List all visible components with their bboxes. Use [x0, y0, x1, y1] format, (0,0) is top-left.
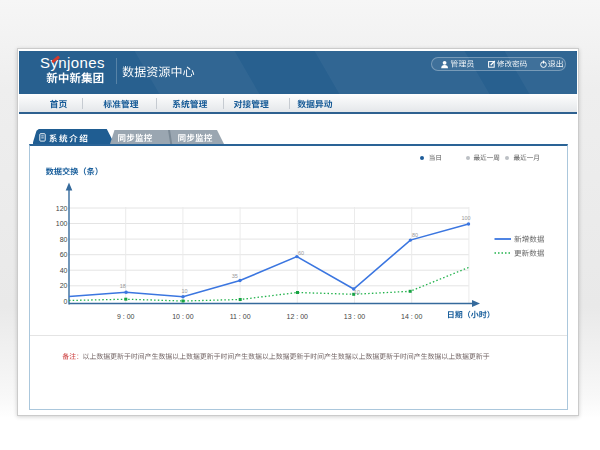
- svg-text:11 : 00: 11 : 00: [229, 313, 250, 320]
- svg-text:18: 18: [119, 283, 125, 289]
- svg-text:20: 20: [59, 282, 67, 289]
- svg-text:14 : 00: 14 : 00: [400, 313, 422, 320]
- svg-text:60: 60: [59, 251, 67, 258]
- svg-text:35: 35: [231, 273, 237, 279]
- svg-text:10: 10: [181, 288, 187, 294]
- svg-text:9 : 00: 9 : 00: [116, 313, 134, 320]
- svg-text:100: 100: [461, 215, 470, 221]
- svg-text:120: 120: [55, 205, 67, 212]
- svg-text:0: 0: [63, 298, 67, 305]
- svg-text:12 : 00: 12 : 00: [286, 313, 308, 320]
- svg-text:10: 10: [353, 289, 359, 295]
- svg-text:10 : 00: 10 : 00: [172, 313, 194, 320]
- svg-text:80: 80: [411, 232, 417, 238]
- svg-text:40: 40: [59, 267, 67, 274]
- svg-text:60: 60: [297, 250, 303, 256]
- svg-text:100: 100: [55, 220, 67, 227]
- svg-text:80: 80: [59, 236, 67, 243]
- svg-text:13 : 00: 13 : 00: [343, 313, 365, 320]
